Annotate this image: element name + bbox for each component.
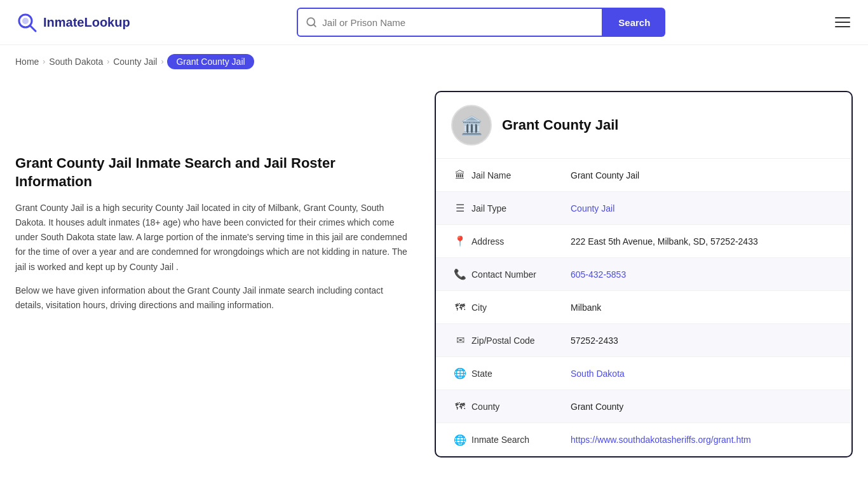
row-link-6[interactable]: South Dakota	[571, 369, 625, 379]
breadcrumb-home[interactable]: Home	[15, 57, 39, 67]
row-link-8[interactable]: https://www.southdakotasheriffs.org/gran…	[571, 435, 751, 445]
breadcrumb-sep-1: ›	[43, 57, 45, 66]
svg-line-4	[314, 24, 316, 26]
page-header: InmateLookup Search	[0, 0, 868, 45]
breadcrumb-sep-3: ›	[161, 57, 163, 66]
row-icon-5: ✉	[451, 334, 469, 346]
search-icon	[306, 17, 317, 28]
breadcrumb-type[interactable]: County Jail	[113, 57, 157, 67]
row-value-6[interactable]: South Dakota	[571, 369, 836, 379]
search-input[interactable]	[322, 17, 594, 28]
row-value-8[interactable]: https://www.southdakotasheriffs.org/gran…	[571, 435, 836, 445]
row-label-3: Contact Number	[469, 269, 571, 280]
description-para-2: Below we have given information about th…	[15, 283, 409, 313]
row-label-6: State	[469, 369, 571, 379]
row-value-5: 57252-2433	[571, 336, 836, 346]
row-value-7: Grant County	[571, 402, 836, 412]
logo-text: InmateLookup	[43, 15, 130, 30]
info-table: 🏛Jail NameGrant County Jail☰Jail TypeCou…	[436, 159, 851, 456]
row-link-1[interactable]: County Jail	[571, 203, 614, 214]
row-icon-0: 🏛	[451, 170, 469, 181]
svg-point-2	[22, 18, 29, 24]
breadcrumb-state[interactable]: South Dakota	[49, 57, 103, 67]
description-para-1: Grant County Jail is a high security Cou…	[15, 201, 409, 274]
address-row: 📍Address222 East 5th Avenue, Milbank, SD…	[436, 225, 851, 258]
row-icon-8: 🌐	[451, 434, 469, 446]
county-row: 🗺CountyGrant County	[436, 390, 851, 423]
inmate-search-row: 🌐Inmate Searchhttps://www.southdakotashe…	[436, 423, 851, 456]
card-title: Grant County Jail	[502, 117, 618, 133]
left-content: Grant County Jail Inmate Search and Jail…	[15, 91, 409, 322]
row-label-8: Inmate Search	[469, 435, 571, 445]
row-label-7: County	[469, 402, 571, 412]
row-value-3[interactable]: 605-432-5853	[571, 269, 836, 280]
zip-row: ✉Zip/Postal Code57252-2433	[436, 324, 851, 357]
row-label-2: Address	[469, 236, 571, 247]
row-icon-7: 🗺	[451, 401, 469, 412]
hamburger-menu-button[interactable]	[832, 15, 853, 30]
page-heading: Grant County Jail Inmate Search and Jail…	[15, 154, 409, 191]
row-icon-3: 📞	[451, 268, 469, 280]
search-button[interactable]: Search	[603, 8, 665, 37]
row-label-0: Jail Name	[469, 170, 571, 180]
breadcrumb-current: Grant County Jail	[167, 54, 254, 69]
logo-link[interactable]: InmateLookup	[15, 11, 130, 34]
row-icon-2: 📍	[451, 235, 469, 247]
row-link-3[interactable]: 605-432-5853	[571, 269, 626, 280]
row-value-4: Milbank	[571, 302, 836, 313]
info-card: 🏛️ Grant County Jail 🏛Jail NameGrant Cou…	[435, 91, 853, 458]
row-label-5: Zip/Postal Code	[469, 336, 571, 346]
city-row: 🗺CityMilbank	[436, 291, 851, 324]
main-layout: Grant County Jail Inmate Search and Jail…	[0, 78, 868, 470]
hamburger-line-3	[835, 26, 850, 27]
row-icon-4: 🗺	[451, 302, 469, 313]
row-icon-6: 🌐	[451, 367, 469, 379]
hamburger-line-1	[835, 17, 850, 18]
row-value-2: 222 East 5th Avenue, Milbank, SD, 57252-…	[571, 236, 836, 247]
svg-line-1	[30, 25, 36, 31]
avatar: 🏛️	[451, 105, 492, 146]
row-label-4: City	[469, 302, 571, 313]
logo-icon	[15, 11, 38, 34]
row-value-0: Grant County Jail	[571, 170, 836, 180]
jail-name-row: 🏛Jail NameGrant County Jail	[436, 159, 851, 192]
hamburger-line-2	[835, 22, 850, 23]
contact-row: 📞Contact Number605-432-5853	[436, 258, 851, 291]
search-area: Search	[297, 8, 665, 37]
breadcrumb-sep-2: ›	[107, 57, 109, 66]
breadcrumb: Home › South Dakota › County Jail › Gran…	[0, 45, 868, 78]
state-row: 🌐StateSouth Dakota	[436, 357, 851, 390]
search-box	[297, 8, 603, 37]
card-header: 🏛️ Grant County Jail	[436, 92, 851, 159]
jail-type-row: ☰Jail TypeCounty Jail	[436, 192, 851, 225]
avatar-emoji: 🏛️	[461, 115, 483, 136]
row-icon-1: ☰	[451, 202, 469, 214]
row-value-1[interactable]: County Jail	[571, 203, 836, 214]
row-label-1: Jail Type	[469, 203, 571, 214]
